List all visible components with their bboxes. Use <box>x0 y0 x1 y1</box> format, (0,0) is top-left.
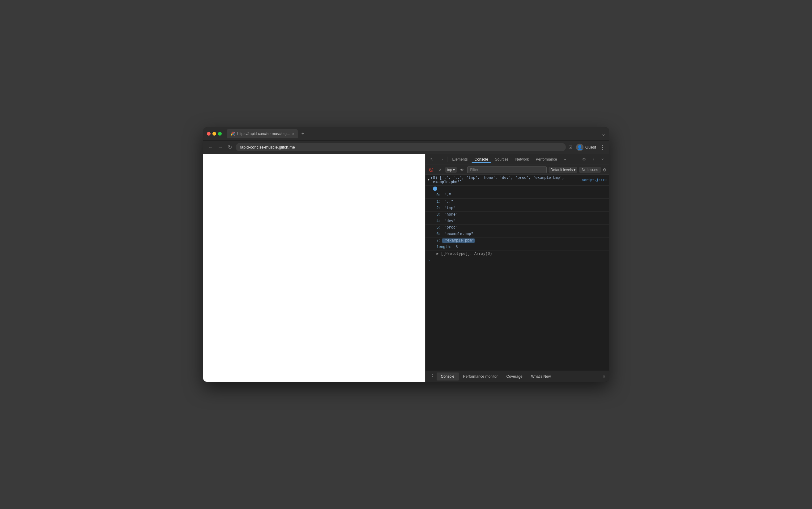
chevron-down-icon[interactable]: ⌄ <box>601 131 605 137</box>
array-item-3: 3: "home" <box>426 211 609 218</box>
item-key: 1: <box>437 200 441 204</box>
devtools-toolbar: ↖ ▭ Elements Console Sources Network Per… <box>426 154 609 165</box>
devtools-toolbar-right: ⚙ ⋮ × <box>580 155 607 163</box>
bottom-tab-console[interactable]: Console <box>437 372 459 380</box>
source-link[interactable]: script.js:10 <box>582 178 606 182</box>
tab-url: https://rapid-concise-muscle.g... <box>238 132 290 136</box>
forward-button[interactable]: → <box>217 143 224 151</box>
bottom-tab-whats-new[interactable]: What's New <box>527 372 555 380</box>
prompt-caret-icon: › <box>428 259 430 263</box>
tab-favicon: 🎉 <box>230 132 235 136</box>
filter-input[interactable] <box>467 167 547 173</box>
tab-performance[interactable]: Performance <box>533 156 560 163</box>
item-value-highlighted: "example.pbm" <box>442 238 475 243</box>
traffic-lights <box>207 132 222 136</box>
tab-elements[interactable]: Elements <box>449 156 471 163</box>
console-toolbar: 🚫 ⊘ top ▾ 👁 Default levels ▾ No Issues ⚙ <box>426 165 609 175</box>
active-tab[interactable]: 🎉 https://rapid-concise-muscle.g... × <box>227 129 298 138</box>
back-button[interactable]: ← <box>207 143 214 151</box>
array-item-2: 2: "tmp" <box>426 205 609 211</box>
eye-icon[interactable]: 👁 <box>459 167 465 173</box>
bottom-tab-coverage[interactable]: Coverage <box>502 372 527 380</box>
array-header: (8) ['.', '..', 'tmp', 'home', 'dev', 'p… <box>431 176 581 184</box>
item-value: "tmp" <box>442 206 456 210</box>
device-toolbar-icon[interactable]: ▭ <box>437 155 445 163</box>
browser-window: 🎉 https://rapid-concise-muscle.g... × + … <box>203 127 609 382</box>
profile-avatar: 👤 <box>576 144 584 151</box>
main-content: ↖ ▭ Elements Console Sources Network Per… <box>203 154 609 382</box>
settings-icon[interactable]: ⚙ <box>580 155 588 163</box>
prototype-row[interactable]: ▶ [[Prototype]]: Array(0) <box>426 250 609 257</box>
tab-network[interactable]: Network <box>512 156 532 163</box>
context-chevron-icon: ▾ <box>453 168 455 172</box>
tab-console[interactable]: Console <box>472 156 491 163</box>
tab-close-icon[interactable]: × <box>292 132 294 136</box>
array-item-1: 1: ".." <box>426 199 609 205</box>
prototype-label: ▶ [[Prototype]]: Array(0) <box>437 251 492 256</box>
address-input[interactable] <box>236 143 566 151</box>
default-levels-chevron-icon: ▾ <box>573 168 575 172</box>
length-value: 8 <box>456 245 458 249</box>
array-item-6: 6: "example.bmp" <box>426 231 609 238</box>
default-levels-label: Default levels <box>551 168 573 172</box>
bottom-bar-close-icon[interactable]: × <box>601 373 606 380</box>
tab-sources[interactable]: Sources <box>492 156 512 163</box>
context-label: top <box>447 168 452 172</box>
console-output: ▼ (8) ['.', '..', 'tmp', 'home', 'dev', … <box>426 175 609 371</box>
item-key: 5: <box>437 226 441 230</box>
item-key: 2: <box>437 206 441 210</box>
item-key: 6: <box>437 232 441 236</box>
filter-toggle-icon[interactable]: ⊘ <box>437 167 443 173</box>
close-devtools-icon[interactable]: × <box>599 155 607 163</box>
page-content <box>203 154 425 382</box>
toolbar-divider <box>447 157 447 162</box>
dock-icon[interactable]: ⊡ <box>568 144 572 150</box>
clear-console-icon[interactable]: 🚫 <box>428 167 435 173</box>
devtools-panel: ↖ ▭ Elements Console Sources Network Per… <box>425 154 609 382</box>
length-key: length: <box>437 245 452 249</box>
minimize-button[interactable] <box>212 132 216 136</box>
new-tab-button[interactable]: + <box>299 131 307 137</box>
context-selector[interactable]: top ▾ <box>445 167 457 173</box>
array-item-0: 0: "." <box>426 192 609 199</box>
no-issues-badge: No Issues <box>579 167 600 173</box>
tab-more[interactable]: » <box>561 156 569 163</box>
maximize-button[interactable] <box>218 132 222 136</box>
console-entry-array: ▼ (8) ['.', '..', 'tmp', 'home', 'dev', … <box>426 175 609 185</box>
bottom-menu-icon[interactable]: ⋮ <box>428 372 437 380</box>
profile-icon: 👤 <box>577 145 582 150</box>
item-key: 3: <box>437 212 441 217</box>
tab-bar: 🎉 https://rapid-concise-muscle.g... × + <box>227 129 599 138</box>
close-button[interactable] <box>207 132 211 136</box>
console-settings-icon[interactable]: ⚙ <box>603 167 607 172</box>
devtools-bottom-bar: ⋮ Console Performance monitor Coverage W… <box>426 371 609 382</box>
inspect-element-icon[interactable]: ↖ <box>428 155 436 163</box>
address-bar-right: ⊡ 👤 Guest ⋮ <box>568 144 605 151</box>
devtools-tabs: Elements Console Sources Network Perform… <box>449 156 569 163</box>
array-item-5: 5: "proc" <box>426 225 609 231</box>
more-options-icon[interactable]: ⋮ <box>589 155 597 163</box>
profile-name: Guest <box>585 145 596 149</box>
item-value: "." <box>442 193 451 197</box>
reload-button[interactable]: ↻ <box>227 143 233 151</box>
expand-icon[interactable]: ▼ <box>428 178 430 181</box>
browser-menu-button[interactable]: ⋮ <box>600 144 605 151</box>
item-value: "proc" <box>442 226 458 230</box>
address-bar: ← → ↻ ⊡ 👤 Guest ⋮ <box>203 140 609 154</box>
array-length: length: 8 <box>426 244 609 250</box>
item-value: "example.bmp" <box>442 232 473 236</box>
item-value: "dev" <box>442 219 456 223</box>
item-value: "home" <box>442 212 458 217</box>
console-prompt: › <box>426 257 609 264</box>
item-key: 0: <box>437 193 441 197</box>
item-value: ".." <box>442 200 453 204</box>
title-bar: 🎉 https://rapid-concise-muscle.g... × + … <box>203 127 609 140</box>
bottom-tab-performance-monitor[interactable]: Performance monitor <box>459 372 502 380</box>
item-key: 4: <box>437 219 441 223</box>
array-item-4: 4: "dev" <box>426 218 609 225</box>
array-item-7: 7: "example.pbm" <box>426 238 609 244</box>
default-levels-selector[interactable]: Default levels ▾ <box>549 167 577 173</box>
profile-button[interactable]: 👤 Guest <box>576 144 596 151</box>
item-key: 7: <box>437 238 441 243</box>
info-icon: i <box>433 186 437 191</box>
